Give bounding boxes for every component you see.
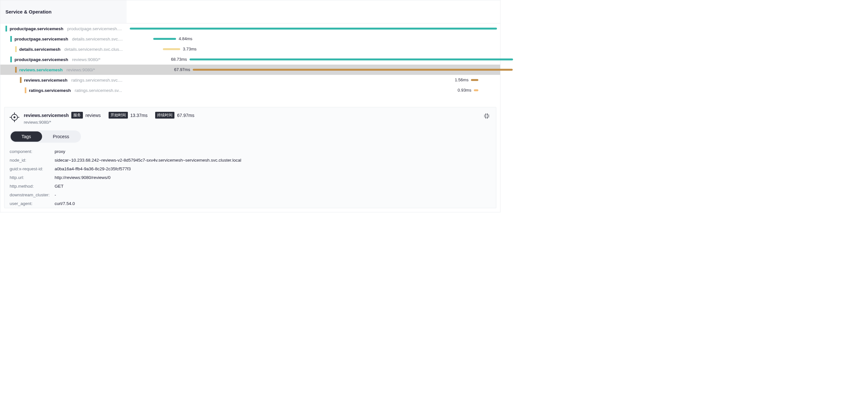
tag-value: a0ba16a4-ffb4-9a36-8c29-2c35fcf577f3: [55, 167, 131, 171]
span-row[interactable]: ratings.servicemeshratings.servicemesh.s…: [0, 85, 500, 95]
start-time-value: 13.37ms: [130, 113, 148, 118]
span-label-cell[interactable]: reviews.servicemeshratings.servicemesh.s…: [0, 77, 127, 83]
span-row[interactable]: productpage.servicemeshdetails.serviceme…: [0, 34, 500, 44]
span-service-name: reviews.servicemesh: [24, 78, 67, 83]
span-bar: [130, 28, 497, 30]
detail-tabs: Tags Process: [10, 130, 81, 143]
tag-value: -: [55, 193, 56, 197]
detail-title-block: reviews.servicemesh 服务 reviews 开始时间 13.3…: [24, 112, 491, 125]
span-operation-name: reviews:9080/*: [72, 57, 100, 62]
detail-service-name: reviews.servicemesh: [24, 113, 69, 118]
span-operation-name: reviews:9080/*: [66, 67, 95, 72]
span-detail-panel: reviews.servicemesh 服务 reviews 开始时间 13.3…: [4, 107, 496, 208]
duration-value: 67.97ms: [177, 113, 194, 118]
span-timeline-cell: 68.73ms: [127, 54, 500, 65]
tag-row: node_id:sidecar~10.233.68.242~reviews-v2…: [10, 156, 491, 165]
span-bar: [471, 79, 478, 81]
span-label-cell[interactable]: productpage.servicemeshdetails.serviceme…: [0, 36, 127, 42]
span-timeline-cell: 4.84ms: [127, 34, 500, 44]
span-timeline-cell: 1.56ms: [127, 75, 500, 85]
span-duration-label: 4.84ms: [179, 36, 192, 41]
span-row[interactable]: reviews.servicemeshratings.servicemesh.s…: [0, 75, 500, 85]
span-timeline-cell: [127, 24, 500, 34]
target-icon: [10, 113, 19, 122]
tag-row: component:proxy: [10, 147, 491, 156]
tag-key: http.url:: [10, 175, 55, 180]
span-service-name: productpage.servicemesh: [10, 26, 63, 31]
span-duration-label: 67.97ms: [174, 67, 190, 72]
tag-row: user_agent:curl/7.54.0: [10, 199, 491, 208]
span-timeline-cell: 3.73ms: [127, 44, 500, 54]
span-row[interactable]: productpage.servicemeshreviews:9080/*68.…: [0, 54, 500, 65]
tab-tags[interactable]: Tags: [10, 131, 42, 142]
span-bar: [193, 69, 513, 71]
span-operation-name: ratings.servicemesh.sv...: [75, 88, 122, 93]
span-bar: [474, 89, 478, 91]
tag-key: node_id:: [10, 158, 55, 163]
tag-value: sidecar~10.233.68.242~reviews-v2-8d57945…: [55, 158, 241, 163]
span-duration-label: 68.73ms: [171, 57, 187, 62]
span-color-marker: [15, 46, 17, 52]
span-duration-label: 3.73ms: [183, 47, 196, 51]
tag-value: GET: [55, 184, 64, 188]
span-bar: [189, 58, 513, 60]
span-row[interactable]: productpage.servicemeshproductpage.servi…: [0, 24, 500, 34]
collapse-icon[interactable]: [483, 112, 491, 120]
tag-key: http.method:: [10, 184, 55, 188]
detail-head: reviews.servicemesh 服务 reviews 开始时间 13.3…: [10, 112, 491, 125]
span-bar: [153, 38, 176, 40]
tab-process[interactable]: Process: [42, 131, 80, 142]
tag-row: http.url:http://reviews:9080/reviews/0: [10, 173, 491, 182]
header-row: Service & Operation: [0, 0, 500, 24]
timeline-header: [127, 0, 500, 23]
span-row[interactable]: details.servicemeshdetails.servicemesh.s…: [0, 44, 500, 54]
spacer: [0, 95, 500, 103]
span-operation-name: productpage.servicemesh....: [67, 26, 122, 31]
span-duration-label: 0.93ms: [458, 88, 472, 92]
span-timeline-cell: 0.93ms: [127, 85, 500, 95]
span-color-marker: [10, 36, 12, 42]
span-color-marker: [5, 26, 7, 31]
span-service-name: productpage.servicemesh: [14, 57, 68, 62]
span-color-marker: [10, 57, 12, 62]
span-color-marker: [20, 77, 22, 83]
span-duration-label: 1.56ms: [455, 78, 469, 82]
tag-row: guid:x-request-id:a0ba16a4-ffb4-9a36-8c2…: [10, 165, 491, 173]
tag-key: user_agent:: [10, 201, 55, 206]
service-operation-header: Service & Operation: [0, 0, 127, 23]
tag-key: downstream_cluster:: [10, 193, 55, 197]
detail-operation: reviews:9080/*: [24, 120, 491, 125]
span-operation-name: details.servicemesh.svc.clus...: [64, 47, 123, 52]
span-label-cell[interactable]: details.servicemeshdetails.servicemesh.s…: [0, 46, 127, 52]
span-row[interactable]: reviews.servicemeshreviews:9080/*67.97ms: [0, 65, 500, 75]
span-bar: [163, 48, 181, 50]
span-color-marker: [25, 87, 26, 93]
span-label-cell[interactable]: ratings.servicemeshratings.servicemesh.s…: [0, 87, 127, 93]
span-label-cell[interactable]: productpage.servicemeshproductpage.servi…: [0, 26, 127, 31]
span-label-cell[interactable]: productpage.servicemeshreviews:9080/*: [0, 57, 127, 62]
span-service-name: reviews.servicemesh: [19, 67, 63, 72]
tag-row: http.method:GET: [10, 182, 491, 191]
trace-viewer: Service & Operation productpage.servicem…: [0, 0, 500, 212]
svg-point-1: [13, 116, 16, 118]
tag-value: curl/7.54.0: [55, 201, 75, 206]
start-time-badge: 开始时间: [108, 112, 128, 119]
span-operation-name: details.servicemesh.svc....: [72, 37, 123, 41]
span-service-name: details.servicemesh: [19, 47, 60, 52]
tag-row: downstream_cluster:-: [10, 191, 491, 199]
span-color-marker: [15, 67, 17, 72]
span-operation-name: ratings.servicemesh.svc....: [71, 78, 122, 83]
span-timeline-cell: 67.97ms: [127, 65, 500, 75]
service-badge-value: reviews: [86, 113, 100, 118]
tag-key: guid:x-request-id:: [10, 167, 55, 171]
span-label-cell[interactable]: reviews.servicemeshreviews:9080/*: [0, 67, 127, 72]
duration-badge: 持续时间: [155, 112, 175, 119]
tag-value: proxy: [55, 149, 65, 154]
span-rows-container: productpage.servicemeshproductpage.servi…: [0, 24, 500, 95]
tag-value: http://reviews:9080/reviews/0: [55, 175, 111, 180]
tag-key: component:: [10, 149, 55, 154]
service-badge: 服务: [71, 112, 83, 119]
detail-title-line: reviews.servicemesh 服务 reviews 开始时间 13.3…: [24, 112, 491, 119]
span-service-name: ratings.servicemesh: [29, 88, 71, 93]
tags-grid: component:proxynode_id:sidecar~10.233.68…: [10, 146, 491, 208]
